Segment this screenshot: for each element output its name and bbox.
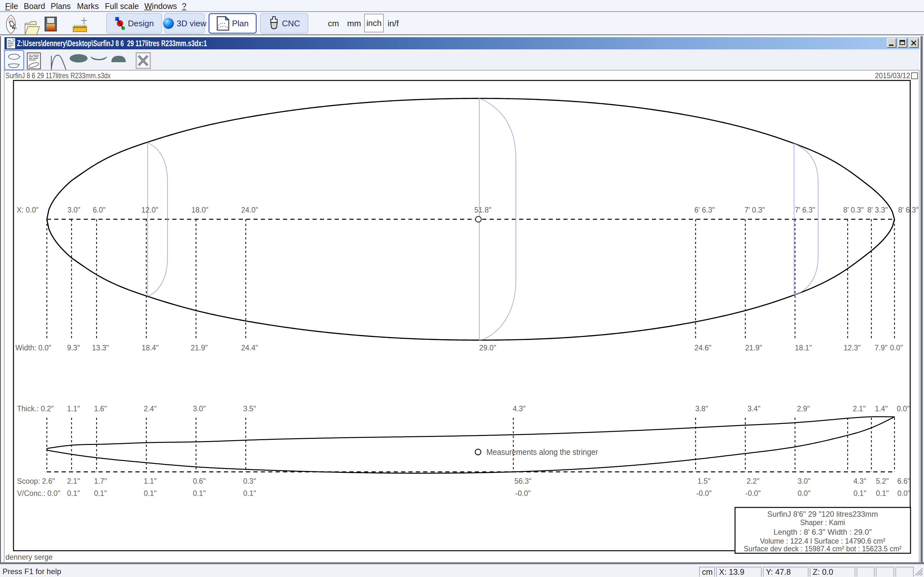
svg-text:6.0": 6.0" xyxy=(93,206,105,214)
svg-text:2.1": 2.1" xyxy=(67,477,80,485)
svg-text:21.9": 21.9" xyxy=(745,343,762,352)
svg-text:21.9": 21.9" xyxy=(191,343,208,352)
svg-text:X: 0.0": X: 0.0" xyxy=(17,206,39,214)
svg-text:24.0": 24.0" xyxy=(241,206,258,214)
svg-text:8' 3.3": 8' 3.3" xyxy=(867,206,888,214)
svg-text:5.2": 5.2" xyxy=(876,477,889,485)
svg-text:Measurements along the stringe: Measurements along the stringer xyxy=(486,448,598,456)
svg-text:7' 0.3": 7' 0.3" xyxy=(744,206,765,214)
svg-text:3.0": 3.0" xyxy=(798,477,811,485)
svg-text:4.3": 4.3" xyxy=(853,477,866,485)
svg-text:1.5": 1.5" xyxy=(698,477,710,485)
svg-text:8' 6.3": 8' 6.3" xyxy=(898,206,919,214)
svg-text:18.4": 18.4" xyxy=(142,343,159,352)
svg-text:24.6": 24.6" xyxy=(695,343,712,352)
svg-text:0.1": 0.1" xyxy=(67,489,80,498)
svg-text:3.0": 3.0" xyxy=(67,206,80,214)
svg-text:1.1": 1.1" xyxy=(144,477,157,485)
svg-text:1.4": 1.4" xyxy=(875,405,888,413)
svg-text:2.4": 2.4" xyxy=(144,405,157,413)
svg-text:SurfinJ 8 6 29 117litres R233: SurfinJ 8 6 29 117litres R233mm.s3dx xyxy=(5,71,111,80)
svg-text:-0.0": -0.0" xyxy=(745,489,761,498)
svg-text:13.3": 13.3" xyxy=(92,343,109,352)
svg-text:-0.0": -0.0" xyxy=(515,489,531,498)
svg-text:Surface dev deck : 15987.4 cm²: Surface dev deck : 15987.4 cm² bot : 156… xyxy=(744,544,901,553)
svg-text:3.0": 3.0" xyxy=(193,405,206,413)
svg-text:24.4": 24.4" xyxy=(241,343,258,352)
svg-text:29.0": 29.0" xyxy=(479,343,496,352)
svg-text:0.0": 0.0" xyxy=(897,405,909,413)
svg-text:3.4": 3.4" xyxy=(748,405,760,413)
svg-text:3.5": 3.5" xyxy=(243,405,256,413)
svg-text:0.1": 0.1" xyxy=(243,489,256,498)
svg-text:dennery serge: dennery serge xyxy=(5,553,53,561)
svg-text:18.0": 18.0" xyxy=(192,206,208,214)
svg-text:Scoop: 2.6": Scoop: 2.6" xyxy=(17,477,55,485)
svg-text:0.3": 0.3" xyxy=(243,477,256,485)
svg-text:0.6": 0.6" xyxy=(193,477,206,485)
svg-text:7' 6.3": 7' 6.3" xyxy=(795,206,815,214)
svg-text:Width: 0.0": Width: 0.0" xyxy=(15,343,51,352)
svg-text:2.9": 2.9" xyxy=(797,405,810,413)
svg-text:-0.0": -0.0" xyxy=(696,489,712,498)
svg-text:0.0": 0.0" xyxy=(890,343,903,352)
svg-text:Length : 8' 6.3" Width : 29.0: Length : 8' 6.3" Width : 29.0" xyxy=(774,528,872,536)
svg-text:8' 0.3": 8' 0.3" xyxy=(843,206,864,214)
svg-text:12.3": 12.3" xyxy=(844,343,861,352)
svg-text:12.0": 12.0" xyxy=(142,206,158,214)
svg-text:6' 6.3": 6' 6.3" xyxy=(694,206,715,214)
svg-text:51.8": 51.8" xyxy=(475,206,491,214)
svg-text:1.7": 1.7" xyxy=(94,477,107,485)
svg-text:Thick.: 0.2": Thick.: 0.2" xyxy=(17,405,53,413)
svg-text:Shaper : Kami: Shaper : Kami xyxy=(800,518,845,527)
svg-text:3.8": 3.8" xyxy=(695,405,708,413)
svg-text:7.9": 7.9" xyxy=(875,343,887,352)
svg-text:6.6": 6.6" xyxy=(897,477,910,485)
svg-text:SurfinJ 8'6" 29 "120 litres23: SurfinJ 8'6" 29 "120 litres233mm xyxy=(767,510,878,518)
svg-text:0.1": 0.1" xyxy=(144,489,157,498)
svg-text:56.3": 56.3" xyxy=(515,477,531,485)
svg-text:0.0": 0.0" xyxy=(798,489,811,498)
svg-text:18.1": 18.1" xyxy=(795,343,812,352)
svg-text:1.1": 1.1" xyxy=(67,405,80,413)
svg-text:9.3": 9.3" xyxy=(67,343,80,352)
svg-text:0.1": 0.1" xyxy=(853,489,866,498)
svg-text:2.2": 2.2" xyxy=(746,477,759,485)
svg-text:4.3": 4.3" xyxy=(513,405,525,413)
svg-text:0.1": 0.1" xyxy=(876,489,889,498)
svg-text:Volume : 122.4 l Surface : 14: Volume : 122.4 l Surface : 14790.6 cm² xyxy=(760,537,885,545)
svg-text:1.6": 1.6" xyxy=(94,405,107,413)
svg-text:0.1": 0.1" xyxy=(193,489,206,498)
svg-text:0.1": 0.1" xyxy=(94,489,107,498)
svg-text:0.0": 0.0" xyxy=(897,489,910,498)
svg-text:V/Conc.: 0.0": V/Conc.: 0.0" xyxy=(17,489,60,498)
svg-text:2015/03/12: 2015/03/12 xyxy=(875,71,910,80)
svg-text:2.1": 2.1" xyxy=(853,405,866,413)
